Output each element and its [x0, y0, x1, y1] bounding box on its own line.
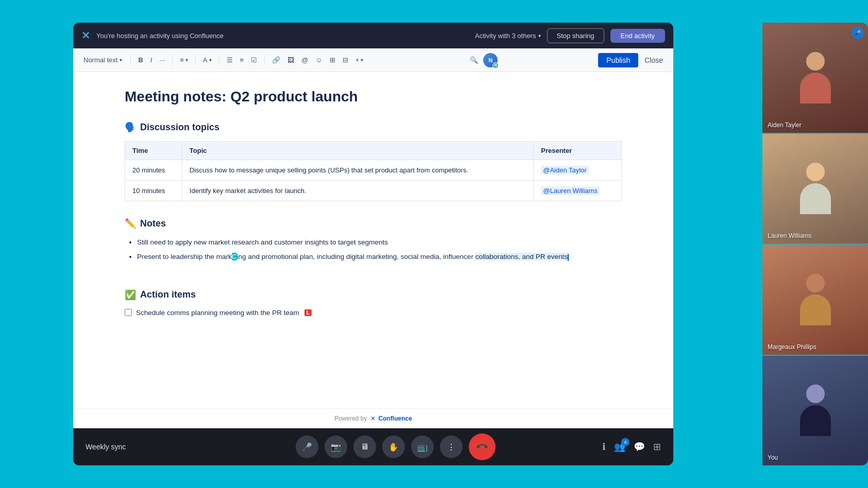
discussion-emoji: 🗣️ [125, 121, 136, 133]
bullet-list-button[interactable]: ☰ [224, 54, 236, 66]
action-emoji: ✅ [125, 289, 136, 301]
task-button[interactable]: ☑ [248, 54, 260, 66]
text-style-label: Normal text [83, 56, 117, 64]
divider-3 [195, 55, 196, 65]
discussion-section: 🗣️ Discussion topics Time Topic Presente… [125, 121, 622, 201]
mention-lauren: @Lauren Williams [541, 186, 600, 195]
table-row: 20 minutes Discuss how to message unique… [125, 160, 622, 181]
grid-button[interactable]: ⊞ [653, 441, 661, 452]
editor-content[interactable]: Meeting notes: Q2 product launch 🗣️ Disc… [73, 72, 673, 408]
video-tile-you: You [762, 356, 868, 466]
call-bar: Weekly sync 🎤 📷 🖥 ✋ 📺 ⋮ [73, 428, 673, 465]
divider-4 [219, 55, 219, 65]
mention-aiden: @Aiden Taylor [541, 166, 589, 175]
formatting-group: B I ··· [135, 54, 168, 66]
call-controls: 🎤 📷 🖥 ✋ 📺 ⋮ 📞 [189, 433, 602, 460]
end-call-button[interactable]: 📞 [469, 433, 496, 460]
discussion-heading: 🗣️ Discussion topics [125, 121, 622, 133]
list-group: ☰ ≡ ☑ [224, 54, 261, 66]
close-button[interactable]: Close [640, 54, 667, 66]
hosting-text: You're hosting an activity using Conflue… [96, 32, 469, 40]
you-video-bg [762, 356, 868, 466]
camera-icon: 📷 [331, 442, 341, 452]
cursor-l-marker: L [304, 309, 312, 316]
powered-by-text: Powered by [334, 415, 367, 422]
divider-1 [130, 55, 131, 65]
more-formatting-button[interactable]: ··· [156, 54, 168, 66]
publish-button[interactable]: Publish [598, 53, 638, 67]
lauren-figure [797, 163, 833, 214]
video-tile-aiden: Aiden Tayler 🎤 [762, 23, 868, 133]
margeaux-figure [797, 274, 833, 325]
row1-presenter: @Aiden Taylor [534, 160, 622, 181]
more-options-button[interactable]: ⋮ [440, 435, 463, 458]
confluence-x-icon: ✕ [370, 415, 376, 422]
mic-icon: 🎤 [302, 442, 312, 452]
grid-icon: ⊞ [653, 441, 661, 452]
mention-button[interactable]: @ [298, 54, 311, 66]
italic-button[interactable]: I [147, 54, 156, 66]
discussion-table: Time Topic Presenter 20 minutes Discuss … [125, 141, 622, 201]
divider-2 [172, 55, 173, 65]
action-item-text: Schedule comms planning meeting with the… [136, 309, 299, 317]
row1-time: 20 minutes [125, 160, 182, 181]
text-style-group: Normal text ▾ [79, 54, 126, 66]
bold-button[interactable]: B [135, 54, 146, 66]
color-group: A ▾ [200, 54, 215, 66]
video-tile-margeaux: Margeaux Phillips [762, 245, 868, 355]
action-checkbox[interactable] [125, 309, 132, 316]
list-item [137, 267, 622, 275]
notes-heading: ✏️ Notes [125, 218, 622, 229]
call-title: Weekly sync [86, 443, 189, 451]
mic-active-icon: 🎤 [854, 30, 861, 37]
table-button[interactable]: ⊞ [327, 54, 338, 66]
align-group: ≡ ▾ [177, 54, 191, 66]
info-button[interactable]: ℹ [602, 441, 606, 452]
row2-presenter: @Lauren Williams [534, 181, 622, 201]
margeaux-video-bg [762, 245, 868, 355]
present-icon: 📺 [417, 442, 428, 452]
mic-button[interactable]: 🎤 [296, 435, 318, 458]
insert-group: 🔗 🖼 @ ☺ ⊞ ⊟ + ▾ [269, 54, 366, 66]
notes-section: ✏️ Notes Still need to apply new market … [125, 218, 622, 275]
activity-badge: Activity with 3 others ▾ [475, 32, 541, 40]
align-button[interactable]: ≡ ▾ [177, 54, 191, 66]
end-activity-button[interactable]: End activity [610, 29, 665, 43]
aiden-head [806, 52, 825, 71]
lauren-head [806, 163, 825, 181]
editor-footer: Powered by ✕ Confluence [73, 408, 673, 428]
text-style-selector[interactable]: Normal text ▾ [79, 54, 126, 66]
chevron-down-icon: ▾ [120, 57, 122, 63]
screen-share-button[interactable]: 🖥 [353, 435, 376, 458]
text-cursor [568, 254, 569, 261]
stop-sharing-button[interactable]: Stop sharing [547, 28, 604, 43]
present-button[interactable]: 📺 [411, 435, 434, 458]
more-insert-button[interactable]: + ▾ [352, 54, 367, 66]
lauren-video-bg [762, 134, 868, 244]
raise-hand-button[interactable]: ✋ [382, 435, 405, 458]
editor-toolbar: Normal text ▾ B I ··· ≡ ▾ A ▾ [73, 48, 673, 72]
confluence-brand-name: Confluence [379, 415, 412, 422]
aiden-video-bg [762, 23, 868, 133]
table-row: 10 minutes Identify key market activitie… [125, 181, 622, 201]
col-presenter: Presenter [534, 142, 622, 160]
end-call-icon: 📞 [475, 440, 489, 454]
layout-button[interactable]: ⊟ [339, 54, 351, 66]
lauren-name-label: Lauren Williams [768, 232, 811, 239]
people-button[interactable]: 👥 4 [614, 441, 625, 452]
camera-button[interactable]: 📷 [325, 435, 347, 458]
image-button[interactable]: 🖼 [284, 54, 297, 66]
search-button[interactable]: 🔍 [467, 54, 481, 66]
you-head [806, 385, 825, 403]
numbered-list-button[interactable]: ≡ [237, 54, 247, 66]
action-item: Schedule comms planning meeting with the… [125, 309, 622, 317]
row1-topic: Discuss how to message unique selling po… [182, 160, 533, 181]
list-item: Still need to apply new market research … [137, 237, 622, 248]
people-count-badge: 4 [621, 438, 629, 446]
you-body [800, 405, 831, 436]
aiden-mic-indicator: 🎤 [852, 27, 864, 39]
emoji-button[interactable]: ☺ [312, 54, 325, 66]
text-color-button[interactable]: A ▾ [200, 54, 215, 66]
link-button[interactable]: 🔗 [269, 54, 283, 66]
chat-button[interactable]: 💬 [634, 441, 645, 452]
